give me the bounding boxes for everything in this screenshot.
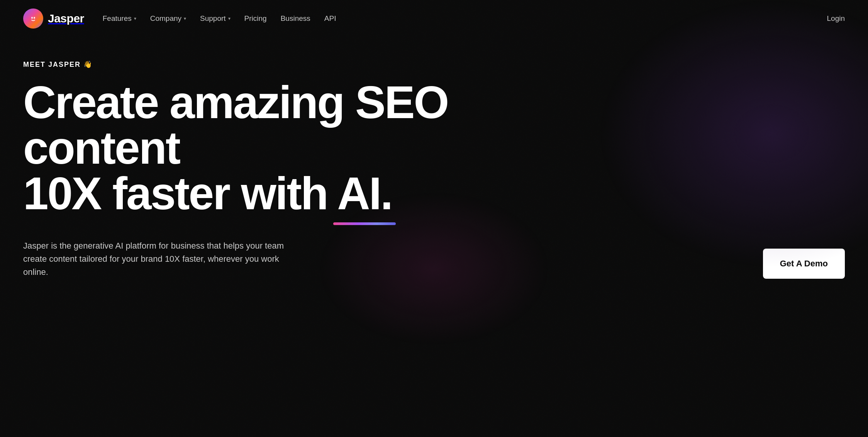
login-button[interactable]: Login	[827, 14, 845, 23]
nav-right: Login	[827, 14, 845, 23]
nav-left: Jasper Features ▾ Company ▾ Support ▾	[23, 8, 336, 29]
hero-title-line2-prefix: 10X faster with	[23, 168, 337, 219]
svg-point-0	[29, 14, 38, 23]
nav-links: Features ▾ Company ▾ Support ▾ Pricing	[103, 14, 336, 23]
hero-bottom: Jasper is the generative AI platform for…	[23, 239, 845, 279]
logo-icon	[23, 8, 43, 29]
nav-item-features[interactable]: Features ▾	[103, 14, 136, 23]
logo-text: Jasper	[48, 12, 84, 25]
get-demo-button[interactable]: Get A Demo	[763, 249, 845, 279]
nav-item-api[interactable]: API	[324, 14, 336, 23]
svg-point-1	[31, 17, 33, 19]
hero-title-highlight: AI.	[337, 168, 392, 219]
nav-item-pricing[interactable]: Pricing	[244, 14, 267, 23]
chevron-down-icon: ▾	[184, 16, 186, 21]
nav-item-business[interactable]: Business	[281, 14, 310, 23]
eyebrow-text: MEET JASPER 👋	[23, 60, 845, 69]
hero-description: Jasper is the generative AI platform for…	[23, 239, 293, 279]
chevron-down-icon: ▾	[228, 16, 231, 21]
hero-section: MEET JASPER 👋 Create amazing SEO content…	[0, 37, 868, 384]
svg-point-2	[34, 17, 35, 19]
hero-title: Create amazing SEO content 10X faster wi…	[23, 80, 564, 216]
hero-title-line1: Create amazing SEO content	[23, 77, 448, 173]
main-nav: Jasper Features ▾ Company ▾ Support ▾	[0, 0, 868, 37]
nav-item-support[interactable]: Support ▾	[200, 14, 231, 23]
chevron-down-icon: ▾	[134, 16, 136, 21]
nav-item-company[interactable]: Company ▾	[150, 14, 186, 23]
logo-link[interactable]: Jasper	[23, 8, 84, 29]
